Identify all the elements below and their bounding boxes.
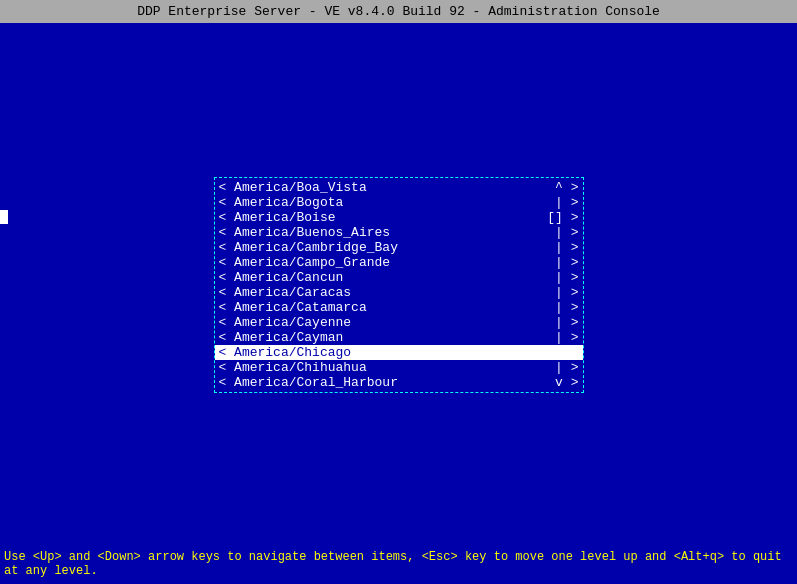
list-item-right: | > [547, 225, 578, 240]
list-item[interactable]: < America/Cayman | > [215, 330, 583, 345]
list-item-right: | > [547, 315, 578, 330]
list-item[interactable]: < America/Buenos_Aires | > [215, 225, 583, 240]
list-item[interactable]: < America/Boise [] > [215, 210, 583, 225]
cursor-indicator [0, 210, 8, 224]
list-item[interactable]: < America/Catamarca | > [215, 300, 583, 315]
list-item-right: | > [547, 330, 578, 345]
list-item-label: < America/Chicago [219, 345, 548, 360]
list-item-label: < America/Catamarca [219, 300, 548, 315]
list-item-label: < America/Bogota [219, 195, 548, 210]
list-item-right: | > [547, 345, 578, 360]
list-item-label: < America/Coral_Harbour [219, 375, 548, 390]
list-item-right: | > [547, 195, 578, 210]
list-item[interactable]: < America/Cambridge_Bay | > [215, 240, 583, 255]
list-item[interactable]: < America/Bogota | > [215, 195, 583, 210]
list-item-right: | > [547, 285, 578, 300]
main-content: < America/Boa_Vista ^ >< America/Bogota … [0, 33, 797, 537]
list-item-label: < America/Campo_Grande [219, 255, 548, 270]
status-text: Use <Up> and <Down> arrow keys to naviga… [4, 550, 782, 578]
list-item-right: | > [547, 360, 578, 375]
list-item[interactable]: < America/Chihuahua | > [215, 360, 583, 375]
list-item[interactable]: < America/Cancun | > [215, 270, 583, 285]
status-bar: Use <Up> and <Down> arrow keys to naviga… [0, 544, 797, 584]
list-item-label: < America/Cancun [219, 270, 548, 285]
list-item-label: < America/Caracas [219, 285, 548, 300]
list-item[interactable]: < America/Boa_Vista ^ > [215, 180, 583, 195]
list-item-right: | > [547, 270, 578, 285]
list-item-label: < America/Cambridge_Bay [219, 240, 548, 255]
list-item-right: | > [547, 300, 578, 315]
list-item-label: < America/Boa_Vista [219, 180, 548, 195]
list-item-label: < America/Cayenne [219, 315, 548, 330]
list-item-right: ^ > [547, 180, 578, 195]
list-box[interactable]: < America/Boa_Vista ^ >< America/Bogota … [214, 177, 584, 393]
list-item-label: < America/Cayman [219, 330, 548, 345]
title-bar: DDP Enterprise Server - VE v8.4.0 Build … [0, 0, 797, 23]
list-item-right: | > [547, 240, 578, 255]
list-item[interactable]: < America/Chicago | > [215, 345, 583, 360]
list-item-right: [] > [539, 210, 578, 225]
list-item[interactable]: < America/Cayenne | > [215, 315, 583, 330]
list-item[interactable]: < America/Caracas | > [215, 285, 583, 300]
list-item-label: < America/Boise [219, 210, 540, 225]
list-item-label: < America/Buenos_Aires [219, 225, 548, 240]
list-item-right: v > [547, 375, 578, 390]
list-item[interactable]: < America/Campo_Grande | > [215, 255, 583, 270]
list-item-label: < America/Chihuahua [219, 360, 548, 375]
title-text: DDP Enterprise Server - VE v8.4.0 Build … [137, 4, 660, 19]
list-item-right: | > [547, 255, 578, 270]
list-item[interactable]: < America/Coral_Harbour v > [215, 375, 583, 390]
